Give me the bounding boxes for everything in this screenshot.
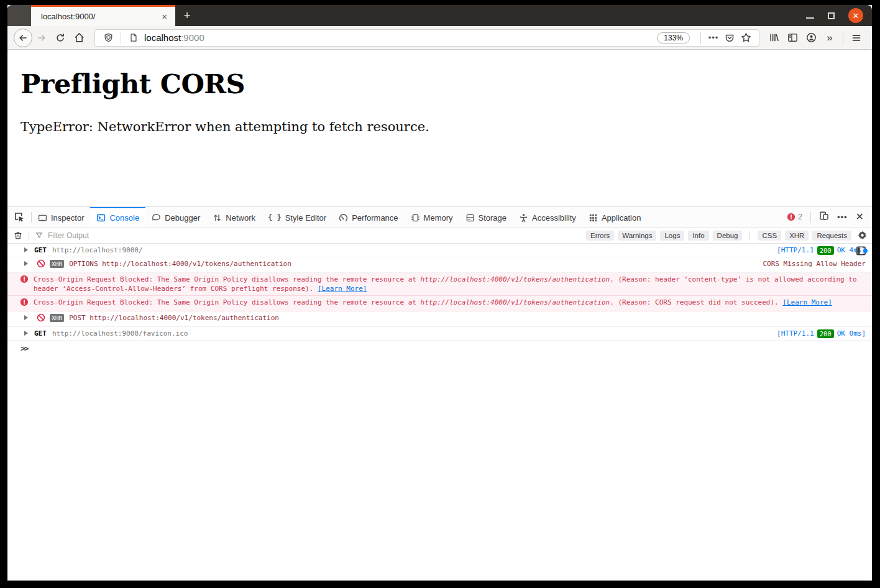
console-output: GET http://localhost:9000/ [HTTP/1.1 200… bbox=[7, 244, 872, 581]
back-icon bbox=[18, 33, 28, 43]
tab-debugger[interactable]: Debugger bbox=[145, 207, 206, 227]
tracking-protection-shield-icon[interactable] bbox=[100, 30, 116, 46]
pick-element-button[interactable] bbox=[7, 207, 31, 227]
titlebar-spacer bbox=[7, 5, 31, 26]
tab-storage[interactable]: Storage bbox=[459, 207, 513, 227]
maximize-button[interactable] bbox=[828, 12, 835, 19]
inspector-icon bbox=[38, 213, 47, 223]
console-row-blocked: XHR POST http://localhost:4000/v1/tokens… bbox=[7, 311, 872, 327]
style-editor-icon: { } bbox=[268, 213, 282, 222]
urlbar-divider bbox=[121, 32, 121, 44]
page-heading: Preflight CORS bbox=[21, 68, 872, 99]
filter-errors-button[interactable]: Errors bbox=[586, 231, 614, 241]
status-code-badge: 200 bbox=[817, 329, 834, 338]
filter-funnel-icon bbox=[35, 232, 43, 239]
navigation-toolbar: localhost:9000 133% ••• bbox=[7, 26, 872, 50]
library-icon[interactable] bbox=[764, 29, 783, 47]
titlebar-drag-area bbox=[199, 5, 806, 26]
tab-network[interactable]: Network bbox=[206, 207, 262, 227]
learn-more-link[interactable]: [Learn More] bbox=[782, 298, 832, 306]
page-actions-button[interactable]: ••• bbox=[705, 30, 722, 46]
blocked-icon bbox=[37, 313, 45, 324]
console-row-request: GET http://localhost:9000/ [HTTP/1.1 200… bbox=[7, 244, 872, 257]
filter-xhr-button[interactable]: XHR bbox=[785, 231, 809, 241]
url-text: localhost:9000 bbox=[144, 32, 204, 43]
filter-warnings-button[interactable]: Warnings bbox=[618, 231, 656, 241]
console-prompt-icon: >> bbox=[21, 344, 28, 353]
tab-console[interactable]: Console bbox=[90, 207, 145, 227]
filter-output-input[interactable] bbox=[47, 231, 582, 241]
request-url: http://localhost:9000/favicon.ico bbox=[52, 329, 188, 338]
devtools-tabbar: Inspector Console Debugger Network { } S… bbox=[7, 207, 872, 227]
tab-application[interactable]: Application bbox=[582, 207, 648, 227]
responsive-design-mode-button[interactable] bbox=[819, 211, 829, 223]
home-button[interactable] bbox=[70, 29, 88, 47]
window-controls: ✕ bbox=[806, 5, 872, 26]
expand-triangle-icon[interactable] bbox=[24, 261, 28, 266]
forward-button[interactable] bbox=[32, 29, 51, 47]
tab-title: localhost:9000/ bbox=[41, 12, 158, 21]
zoom-level-button[interactable]: 133% bbox=[657, 32, 690, 44]
console-settings-button[interactable] bbox=[858, 231, 867, 240]
expand-triangle-icon[interactable] bbox=[24, 247, 28, 252]
url-bar[interactable]: localhost:9000 133% ••• bbox=[94, 29, 759, 47]
filter-logs-button[interactable]: Logs bbox=[660, 231, 684, 241]
request-method: GET bbox=[34, 246, 47, 255]
console-row-request: GET http://localhost:9000/favicon.ico [H… bbox=[7, 327, 872, 341]
desktop: localhost:9000/ × + ✕ bbox=[0, 0, 880, 588]
console-input-row[interactable]: >> bbox=[7, 341, 872, 353]
error-url: http://localhost:4000/v1/tokens/authenti… bbox=[421, 275, 610, 283]
error-icon bbox=[20, 275, 29, 286]
filter-debug-button[interactable]: Debug bbox=[713, 231, 743, 241]
filter-info-button[interactable]: Info bbox=[688, 231, 708, 241]
sidebar-toggle-icon[interactable] bbox=[783, 29, 802, 47]
devtools-close-button[interactable]: ✕ bbox=[856, 212, 864, 222]
reload-icon bbox=[55, 33, 65, 43]
expand-triangle-icon[interactable] bbox=[24, 315, 28, 320]
minimize-button[interactable] bbox=[806, 17, 814, 19]
tab-performance[interactable]: Performance bbox=[332, 207, 404, 227]
tab-style-editor[interactable]: { } Style Editor bbox=[262, 207, 332, 227]
new-tab-button[interactable]: + bbox=[175, 5, 199, 26]
xhr-badge: XHR bbox=[50, 260, 64, 268]
error-message: Cross-Origin Request Blocked: The Same O… bbox=[34, 275, 866, 293]
storage-icon bbox=[465, 213, 475, 223]
clear-console-button[interactable] bbox=[7, 231, 29, 240]
urlbar-divider-2 bbox=[700, 32, 701, 44]
learn-more-link[interactable]: [Learn More] bbox=[318, 285, 367, 293]
expand-triangle-icon[interactable] bbox=[24, 331, 28, 336]
tab-close-icon[interactable]: × bbox=[158, 11, 170, 22]
page-info-icon[interactable] bbox=[126, 30, 142, 46]
reload-button[interactable] bbox=[51, 29, 70, 47]
blocked-request: POST http://localhost:4000/v1/tokens/aut… bbox=[69, 313, 279, 323]
performance-icon bbox=[339, 213, 348, 223]
overflow-menu-button[interactable]: » bbox=[820, 29, 839, 47]
filter-css-button[interactable]: CSS bbox=[758, 231, 781, 241]
request-method: GET bbox=[34, 329, 47, 338]
tab-accessibility[interactable]: Accessibility bbox=[513, 207, 582, 227]
split-console-button[interactable] bbox=[856, 246, 866, 258]
error-count: 2 bbox=[798, 213, 802, 221]
request-url: http://localhost:9000/ bbox=[52, 246, 143, 255]
hamburger-menu-button[interactable] bbox=[847, 29, 866, 47]
bookmark-star-icon[interactable] bbox=[738, 30, 754, 46]
forward-icon bbox=[37, 33, 47, 43]
tab-localhost[interactable]: localhost:9000/ × bbox=[31, 5, 175, 26]
back-button[interactable] bbox=[14, 29, 32, 47]
error-count-badge[interactable]: 2 bbox=[787, 213, 802, 221]
account-icon[interactable] bbox=[802, 29, 820, 47]
console-icon bbox=[96, 213, 106, 223]
memory-icon bbox=[411, 213, 420, 223]
tab-inspector[interactable]: Inspector bbox=[32, 207, 90, 227]
toolbar-right: » bbox=[764, 29, 866, 47]
close-button[interactable]: ✕ bbox=[848, 8, 863, 23]
pocket-icon[interactable] bbox=[722, 30, 738, 46]
page-message: TypeError: NetworkError when attempting … bbox=[21, 119, 872, 134]
home-icon bbox=[74, 32, 85, 43]
devtools-meatball-menu[interactable]: ••• bbox=[837, 213, 848, 222]
filter-requests-button[interactable]: Requests bbox=[812, 231, 851, 241]
tab-memory[interactable]: Memory bbox=[405, 207, 459, 227]
toolbar-divider bbox=[843, 31, 843, 45]
network-icon bbox=[213, 213, 222, 223]
notification-dot bbox=[863, 249, 868, 253]
